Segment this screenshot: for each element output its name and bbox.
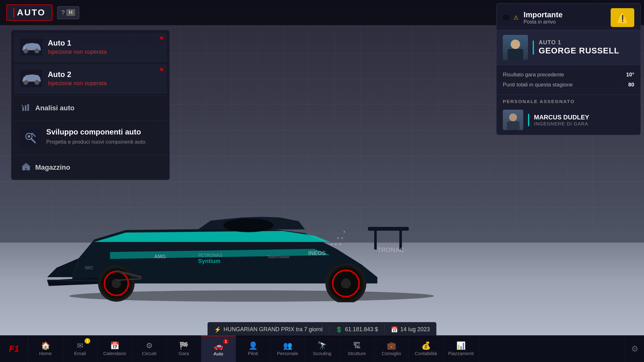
nav-item-strutture[interactable]: 🏗 Strutture (340, 336, 374, 362)
analisi-auto-item[interactable]: Analisi auto (14, 97, 167, 119)
stat-2-value: 80 (628, 82, 634, 88)
magazzino-item[interactable]: Magazzino (14, 156, 167, 178)
svg-line-40 (31, 139, 35, 143)
nav-item-contabilita[interactable]: 💰 Contabilità (409, 336, 443, 362)
car-1-title: Auto 1 (48, 39, 107, 47)
nav-label-calendario: Calendario (103, 351, 126, 356)
nav-item-circuiti[interactable]: ⚙ Circuiti (132, 336, 167, 362)
importante-bar[interactable]: ✉ ⚠ Importante Posta in arrivo ⚠️ (496, 3, 641, 32)
nav-item-home[interactable]: 🏠 Home (28, 336, 63, 362)
nav-item-gara[interactable]: 🏁 Gara (167, 336, 201, 362)
nav-badge-auto: 1 (223, 339, 229, 344)
driver-info-panel: AUTO 1 GEORGE RUSSELL Risultato gara pre… (496, 30, 641, 135)
car-2-title: Auto 2 (48, 70, 107, 79)
car-1-icon: 1 (20, 39, 42, 55)
svg-text:PETRONAS: PETRONAS (198, 253, 222, 258)
nav-item-email[interactable]: 1 ✉ Email (63, 336, 97, 362)
help-badge[interactable]: ? H (57, 6, 79, 19)
staff-info: MARCUS DUDLEY INGEGNERE DI GARA (534, 114, 589, 126)
driver-head-shape (511, 40, 520, 49)
stat-row-1: Risultato gara precedente 10° (503, 70, 634, 80)
svg-text:INEOS: INEOS (308, 250, 326, 256)
car-1-icon-container: 1 (20, 38, 42, 56)
svg-point-32 (35, 80, 39, 85)
help-question: ? (61, 9, 65, 16)
nav-item-consiglio[interactable]: 💼 Consiglio (374, 336, 409, 362)
car-display: AMG PETRONAS Syntium TeamViewer INEOS TR… (47, 180, 487, 321)
importante-badge-icon: ⚠️ (616, 12, 629, 24)
svg-point-29 (35, 49, 39, 53)
driver-accent-line (533, 41, 534, 55)
svg-text:Syntium: Syntium (198, 258, 220, 264)
svg-text:2: 2 (23, 77, 25, 82)
sviluppo-componenti-item[interactable]: Sviluppo componenti auto Progetta e prod… (14, 122, 167, 154)
stat-row-2: Punti totali in questa stagione 80 (503, 80, 634, 90)
svg-text:TRONАС: TRONАС (377, 246, 404, 253)
settings-button[interactable]: ⚙ (625, 336, 644, 362)
budget-icon: 💲 (336, 326, 342, 333)
svg-point-15 (341, 278, 351, 288)
driver-name-block: AUTO 1 GEORGE RUSSELL (539, 39, 619, 56)
svg-point-5 (223, 218, 274, 232)
svg-text:AMG: AMG (154, 254, 166, 259)
nav-icon-personale: 👥 (283, 342, 292, 349)
nav-item-piloti[interactable]: 👤 Piloti (236, 336, 270, 362)
nav-icon-calendario: 📅 (110, 342, 119, 349)
nav-item-scouting[interactable]: 🔭 Scouting (305, 336, 340, 362)
divider-3 (14, 155, 167, 155)
help-key: H (66, 9, 75, 16)
event-icon: ⚡ (214, 326, 221, 333)
staff-avatar (503, 110, 523, 130)
nav-item-calendario[interactable]: 📅 Calendario (97, 336, 132, 362)
nav-item-auto[interactable]: 1 🚗 Auto (201, 336, 236, 362)
nav-label-circuiti: Circuiti (142, 351, 157, 356)
nav-icon-piazzamenti: 📊 (456, 342, 466, 349)
car-1-subtitle: Ispezione non superata (48, 49, 107, 55)
date-status: 📅 14 lug 2023 (391, 326, 430, 333)
nav-label-gara: Gara (179, 351, 189, 356)
car-1-item[interactable]: 1 Auto 1 Ispezione non superata (14, 33, 167, 62)
nav-item-personale[interactable]: 👥 Personale (270, 336, 305, 362)
section-badge: AUTO (6, 4, 53, 21)
section-accent-line (13, 8, 14, 17)
staff-role: INGEGNERE DI GARA (534, 121, 589, 126)
analisi-auto-icon (22, 103, 31, 113)
importante-mail-icon: ✉ (503, 13, 510, 23)
driver-full-name: GEORGE RUSSELL (539, 46, 619, 56)
tools-icon (24, 132, 37, 144)
svg-rect-45 (25, 168, 27, 170)
divider-1 (14, 96, 167, 96)
nav-label-strutture: Strutture (348, 351, 366, 356)
car-2-item[interactable]: 2 Auto 2 Ispezione non superata (14, 64, 167, 93)
f1-logo-text: F1 (9, 344, 19, 354)
car-2-info: Auto 2 Ispezione non superata (48, 70, 107, 87)
sviluppo-description: Progetta e produci nuovi componenti auto… (46, 138, 147, 146)
sviluppo-icon (20, 128, 41, 148)
staff-avatar-image (503, 110, 523, 130)
nav-icon-circuiti: ⚙ (146, 342, 153, 349)
svg-text:✦ ✦ ✦: ✦ ✦ ✦ (330, 242, 342, 247)
stat-1-label: Risultato gara precedente (503, 72, 564, 78)
staff-body-shape (507, 121, 519, 130)
nav-item-piazzamenti[interactable]: 📊 Piazzamenti (443, 336, 479, 362)
driver-avatar-image (503, 35, 528, 60)
svg-line-42 (31, 133, 32, 134)
nav-label-email: Email (74, 351, 86, 356)
bottom-navigation: F1 🏠 Home 1 ✉ Email 📅 Calendario ⚙ Circu… (0, 335, 644, 362)
left-menu-panel: 1 Auto 1 Ispezione non superata 2 Auto 2… (11, 30, 170, 180)
svg-line-41 (32, 133, 35, 136)
staff-item-1: MARCUS DUDLEY INGEGNERE DI GARA (497, 107, 641, 135)
magazzino-icon (22, 162, 31, 173)
importante-title: Importante (524, 10, 563, 19)
nav-icon-contabilita: 💰 (421, 342, 431, 349)
magazzino-label: Magazzino (35, 163, 70, 172)
chart-icon (22, 103, 31, 112)
nav-icon-piloti: 👤 (248, 342, 258, 349)
svg-rect-4 (47, 280, 104, 281)
importante-warning-icon: ⚠ (514, 14, 519, 21)
nav-label-scouting: Scouting (313, 351, 331, 356)
importante-text: Importante Posta in arrivo (524, 10, 563, 25)
f1-logo: F1 (0, 336, 28, 362)
nav-label-auto: Auto (214, 351, 223, 356)
svg-rect-1 (368, 227, 409, 231)
